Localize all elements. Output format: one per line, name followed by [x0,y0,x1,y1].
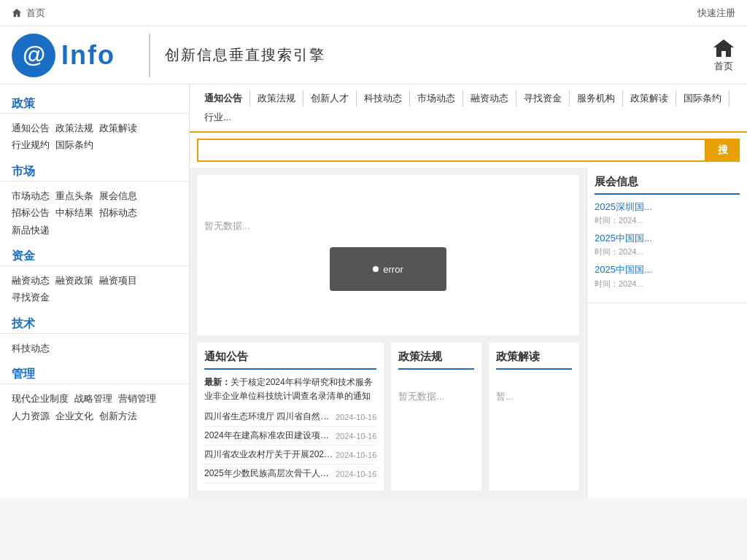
header-home-button[interactable]: 首页 [712,38,735,73]
right-expo-item-3: 2025中国国... 时间：2024... [595,263,740,289]
notice-item-title-2[interactable]: 2024年在建高标准农田建设项目工 [204,429,336,442]
sidebar-link-market-dynamics[interactable]: 市场动态 [12,187,50,204]
content-right-split: 暂无数据... error 通知公告 最新：关于核定2024年科学研究和技术服务 [190,168,747,498]
sidebar-category-market: 市场 [0,160,189,182]
tab-policy-law[interactable]: 政策法规 [250,90,303,106]
right-expo-item-1-title[interactable]: 2025深圳国... [595,201,740,214]
tab-tech-dynamics[interactable]: 科技动态 [357,90,410,106]
sidebar-link-culture[interactable]: 企业文化 [55,408,93,424]
sidebar-link-new-products[interactable]: 新品快递 [12,222,50,238]
tab-financing[interactable]: 融资动态 [463,90,516,106]
notice-item-title-1[interactable]: 四川省生态环境厅 四川省自然资源 [204,411,336,423]
sidebar-link-international[interactable]: 国际条约 [55,136,93,153]
right-expo-item-2: 2025中国国... 时间：2024... [595,232,740,257]
right-expo-item-3-title[interactable]: 2025中国国... [595,263,740,276]
notice-item-date-1: 2024-10-16 [336,413,376,421]
table-row: 2024年在建高标准农田建设项目工 2024-10-16 [204,427,376,446]
header-home-label: 首页 [714,60,733,73]
tab-notice[interactable]: 通知公告 [197,90,250,106]
sidebar-link-notice[interactable]: 通知公告 [12,120,50,136]
tab-policy-interpret[interactable]: 政策解读 [623,90,676,106]
sidebar-link-headlines[interactable]: 重点头条 [55,187,93,204]
sidebar-category-fund: 资金 [0,244,189,266]
search-button[interactable]: 搜 [706,139,740,162]
error-label: error [383,264,403,275]
right-expo-section: 展会信息 2025深圳国... 时间：2024... 2025中国国... 时间… [587,168,747,303]
error-image: error [330,247,446,291]
nav-tabs-bar: 通知公告 政策法规 创新人才 科技动态 市场动态 融资动态 寻找资金 服务机构 … [190,85,747,133]
sidebar-links-fund: 融资动态 融资政策 融资项目 寻找资金 [0,269,189,312]
card-policy-title: 政策法规 [398,350,474,370]
sidebar-link-policy-interpret[interactable]: 政策解读 [99,120,137,136]
tab-innovation-talent[interactable]: 创新人才 [303,90,357,106]
main-content: 暂无数据... error 通知公告 最新：关于核定2024年科学研究和技术服务 [190,168,587,498]
top-home-label: 首页 [26,7,45,20]
sidebar-link-financing-dynamics[interactable]: 融资动态 [12,272,50,289]
sidebar-link-marketing[interactable]: 营销管理 [118,390,156,407]
middle-row: 政策 通知公告 政策法规 政策解读 行业规约 国际条约 市场 市场动态 重点头条… [0,85,747,498]
tab-industry[interactable]: 行业... [197,109,239,125]
bottom-cards: 通知公告 最新：关于核定2024年科学研究和技术服务业非企业单位科技统计调查名录… [197,343,579,491]
sidebar-links-market: 市场动态 重点头条 展会信息 招标公告 中标结果 招标动态 新品快递 [0,184,189,244]
right-expo-item-1-meta: 时间：2024... [595,215,740,226]
table-row: 2025年少数民族高层次骨干人才研 2024-10-16 [204,464,376,483]
tab-find-funds[interactable]: 寻找资金 [516,90,570,106]
tab-service-orgs[interactable]: 服务机构 [570,90,623,106]
sidebar-link-enterprise-system[interactable]: 现代企业制度 [12,390,69,407]
card-policy-interpret: 政策解读 暂... [489,343,579,491]
right-expo-title: 展会信息 [595,175,740,195]
sidebar-category-tech: 技术 [0,312,189,334]
card-policy: 政策法规 暂无数据... [391,343,481,491]
right-expo-item-2-meta: 时间：2024... [595,246,740,257]
sidebar-link-expo[interactable]: 展会信息 [99,187,137,204]
site-slogan: 创新信息垂直搜索引擎 [165,45,325,65]
sidebar-link-bid-results[interactable]: 中标结果 [55,204,93,221]
header: @ Info 创新信息垂直搜索引擎 首页 [0,26,747,85]
table-row: 四川省生态环境厅 四川省自然资源 2024-10-16 [204,408,376,427]
search-input[interactable] [197,139,706,162]
content-and-right: 通知公告 政策法规 创新人才 科技动态 市场动态 融资动态 寻找资金 服务机构 … [190,85,747,498]
top-bar: 首页 快速注册 [0,0,747,26]
sidebar: 政策 通知公告 政策法规 政策解读 行业规约 国际条约 市场 市场动态 重点头条… [0,85,190,498]
banner-area: 暂无数据... error [197,175,579,335]
sidebar-link-innovation[interactable]: 创新方法 [99,408,137,424]
sidebar-link-policy-law[interactable]: 政策法规 [55,120,93,136]
home-icon-small [12,8,22,18]
card-notice: 通知公告 最新：关于核定2024年科学研究和技术服务业非企业单位科技统计调查名录… [197,343,384,491]
right-expo-item-2-title[interactable]: 2025中国国... [595,232,740,245]
notice-item-title-3[interactable]: 四川省农业农村厅关于开展2024年 [204,448,336,461]
sidebar-links-policy: 通知公告 政策法规 政策解读 行业规约 国际条约 [0,117,189,160]
right-expo-item-1: 2025深圳国... 时间：2024... [595,201,740,226]
notice-item-date-2: 2024-10-16 [336,432,376,440]
card-notice-title: 通知公告 [204,350,376,370]
sidebar-link-financing-projects[interactable]: 融资项目 [99,272,137,289]
sidebar-category-management: 管理 [0,362,189,384]
sidebar-link-tech-dynamics[interactable]: 科技动态 [12,340,50,357]
sidebar-link-tender-dynamics[interactable]: 招标动态 [99,204,137,221]
sidebar-link-find-funds[interactable]: 寻找资金 [12,289,50,306]
logo-at-icon: @ [12,34,55,77]
notice-item-title-4[interactable]: 2025年少数民族高层次骨干人才研 [204,467,336,480]
sidebar-link-hr[interactable]: 人力资源 [12,408,50,424]
logo-text: Info [61,40,115,71]
sidebar-link-tender-notice[interactable]: 招标公告 [12,204,50,221]
logo-area: @ Info [12,34,150,77]
sidebar-link-financing-policy[interactable]: 融资政策 [55,272,93,289]
card-interpret-nodata: 暂... [496,376,572,418]
tab-market-dynamics[interactable]: 市场动态 [410,90,463,106]
sidebar-link-strategy[interactable]: 战略管理 [74,390,112,407]
sidebar-links-management: 现代企业制度 战略管理 营销管理 人力资源 企业文化 创新方法 [0,387,189,430]
search-bar: 搜 [190,133,747,168]
card-policy-nodata: 暂无数据... [398,376,474,418]
sidebar-category-policy: 政策 [0,92,189,114]
card-interpret-title: 政策解读 [496,350,572,370]
tab-international[interactable]: 国际条约 [676,90,729,106]
sidebar-link-industry-rules[interactable]: 行业规约 [12,136,50,153]
right-expo-item-3-meta: 时间：2024... [595,279,740,289]
sidebar-links-tech: 科技动态 [0,337,189,362]
notice-item-date-3: 2024-10-16 [336,451,376,459]
right-sidebar: 展会信息 2025深圳国... 时间：2024... 2025中国国... 时间… [587,168,747,498]
register-link[interactable]: 快速注册 [697,7,735,20]
error-dot [373,266,379,272]
top-bar-home[interactable]: 首页 [12,7,45,20]
